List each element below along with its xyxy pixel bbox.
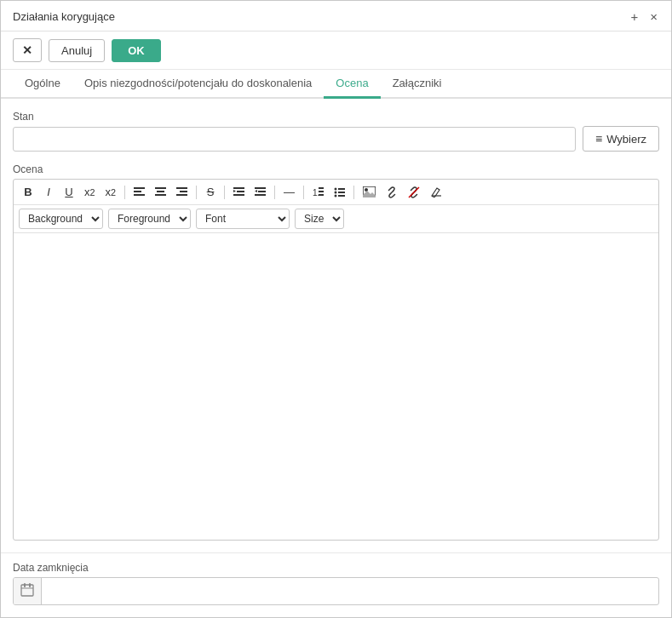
tab-zalaczniki[interactable]: Załączniki [381, 70, 454, 99]
align-center-button[interactable] [151, 184, 170, 200]
svg-rect-0 [134, 187, 145, 189]
svg-rect-14 [258, 191, 266, 192]
tab-ogolne[interactable]: Ogólne [13, 70, 72, 99]
svg-rect-26 [338, 195, 345, 197]
separator-3 [224, 186, 225, 199]
wybierz-button[interactable]: ≡ Wybierz [583, 126, 659, 152]
separator-6 [353, 186, 354, 199]
date-input-row [13, 577, 659, 605]
superscript-button[interactable]: x2 [101, 183, 121, 201]
svg-rect-36 [29, 583, 31, 587]
svg-rect-6 [176, 187, 187, 189]
calendar-icon [20, 583, 34, 599]
content-area: Stan ≡ Wybierz Ocena B I U x2 x2 [1, 99, 671, 552]
separator-1 [124, 186, 125, 199]
plus-button[interactable]: + [629, 9, 640, 24]
stan-row: ≡ Wybierz [13, 126, 659, 152]
date-input[interactable] [42, 580, 658, 603]
image-button[interactable] [359, 184, 380, 200]
foreground-select[interactable]: Foreground [108, 209, 191, 229]
svg-point-21 [335, 188, 337, 191]
svg-rect-9 [233, 187, 244, 189]
unordered-list-button[interactable] [330, 184, 349, 200]
subscript-button[interactable]: x2 [80, 183, 100, 201]
toolbar-dropdowns: Background Foreground Font Size [14, 205, 658, 233]
link-button[interactable] [382, 184, 402, 201]
svg-rect-25 [338, 192, 345, 193]
svg-rect-10 [237, 191, 244, 192]
dialog: Działania korygujące + × ✕ Anuluj OK Ogó… [0, 0, 672, 618]
size-select[interactable]: Size [295, 209, 344, 229]
svg-rect-5 [155, 194, 166, 196]
tab-opis[interactable]: Opis niezgodności/potencjału do doskonal… [72, 70, 324, 99]
unlink-button[interactable] [404, 184, 424, 201]
erase-button[interactable] [426, 184, 445, 200]
align-right-button[interactable] [172, 184, 192, 200]
background-select[interactable]: Background [19, 209, 103, 229]
separator-5 [303, 186, 304, 199]
tabs-row: Ogólne Opis niezgodności/potencjału do d… [1, 70, 671, 99]
stan-label: Stan [13, 111, 659, 123]
separator-4 [274, 186, 275, 199]
svg-line-32 [409, 187, 419, 197]
italic-button[interactable]: I [39, 183, 58, 201]
action-toolbar: ✕ Anuluj OK [1, 31, 671, 70]
svg-rect-24 [338, 188, 345, 190]
strikethrough-button[interactable]: S [201, 183, 220, 201]
cancel-button[interactable]: Anuluj [49, 39, 105, 62]
svg-point-23 [335, 195, 337, 197]
svg-rect-15 [255, 194, 266, 196]
svg-rect-13 [255, 187, 266, 189]
tab-ocena[interactable]: Ocena [324, 70, 380, 99]
ok-button[interactable]: OK [112, 39, 161, 62]
svg-point-22 [335, 192, 337, 194]
svg-text:1.: 1. [313, 188, 319, 197]
title-actions: + × [629, 9, 659, 24]
svg-rect-2 [134, 194, 145, 196]
separator-2 [196, 186, 197, 199]
font-select[interactable]: Font [196, 209, 290, 229]
ordered-list-button[interactable]: 1. [308, 184, 328, 200]
svg-rect-3 [155, 187, 166, 189]
svg-rect-18 [319, 187, 324, 189]
svg-line-30 [390, 191, 393, 194]
ocena-label: Ocena [13, 163, 659, 175]
svg-rect-20 [319, 194, 324, 196]
x-button[interactable]: ✕ [13, 38, 42, 62]
align-left-button[interactable] [129, 184, 149, 200]
svg-rect-4 [157, 191, 164, 192]
svg-rect-8 [176, 194, 187, 196]
editor-body[interactable] [14, 233, 658, 540]
svg-marker-12 [233, 190, 236, 192]
wybierz-icon: ≡ [595, 132, 602, 146]
editor-container: B I U x2 x2 S [13, 179, 659, 541]
ocena-section: Ocena B I U x2 x2 [13, 163, 659, 541]
svg-rect-7 [180, 191, 187, 192]
hrule-button[interactable]: — [279, 183, 299, 201]
title-bar: Działania korygujące + × [1, 1, 671, 31]
svg-marker-16 [255, 190, 257, 192]
indent-button[interactable] [229, 184, 249, 200]
bold-button[interactable]: B [19, 183, 37, 201]
svg-rect-19 [319, 191, 324, 192]
svg-rect-11 [233, 194, 244, 196]
date-label: Data zamknięcia [13, 562, 659, 574]
underline-button[interactable]: U [60, 183, 78, 201]
bottom-section: Data zamknięcia [1, 552, 671, 617]
calendar-icon-cell [14, 578, 42, 604]
close-button[interactable]: × [648, 9, 659, 24]
svg-rect-1 [134, 191, 141, 192]
editor-toolbar: B I U x2 x2 S [14, 180, 658, 205]
stan-input[interactable] [13, 127, 576, 152]
dialog-title: Działania korygujące [13, 10, 115, 23]
outdent-button[interactable] [250, 184, 270, 200]
svg-rect-35 [24, 583, 26, 587]
svg-marker-29 [363, 191, 376, 197]
svg-rect-34 [21, 585, 33, 596]
